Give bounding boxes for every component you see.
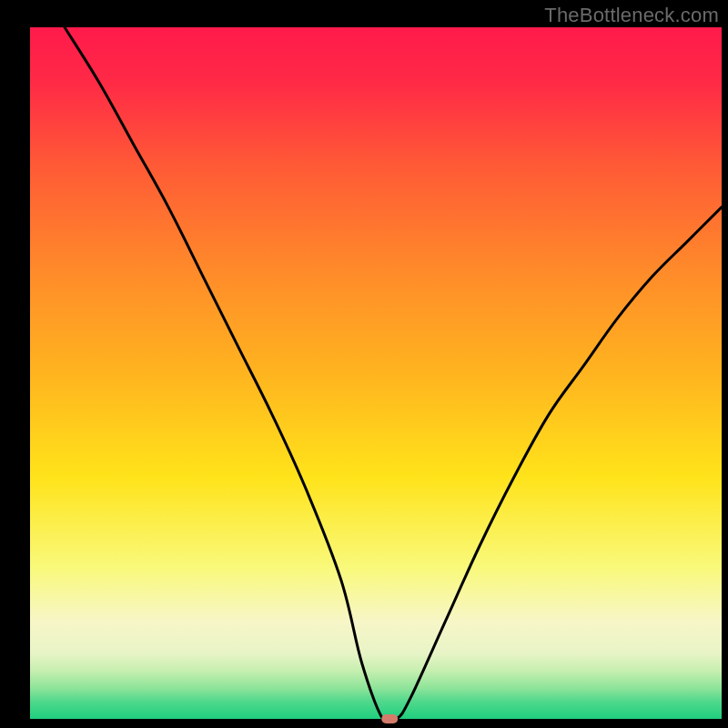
- bottleneck-chart: TheBottleneck.com: [0, 0, 728, 728]
- minimum-marker: [381, 714, 398, 723]
- chart-svg: [0, 0, 728, 728]
- attribution-text: TheBottleneck.com: [544, 4, 719, 27]
- plot-area: [30, 27, 722, 719]
